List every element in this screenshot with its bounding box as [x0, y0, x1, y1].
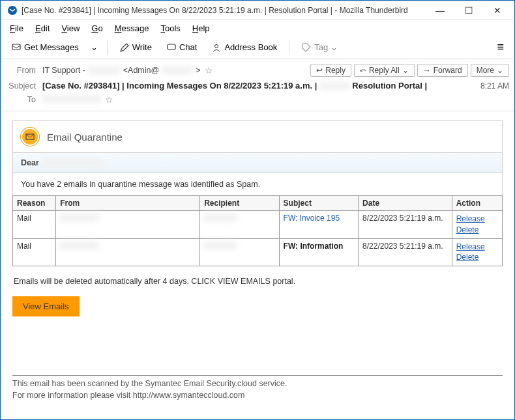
app-icon [7, 5, 18, 16]
table-row: MailFW: Information8/22/2023 5:21:19 a.m… [13, 238, 503, 266]
subject-value: [Case No. #293841] | Incoming Messages O… [42, 81, 471, 91]
message-header: From IT Support - <Admin@> ☆ ↩Reply ⤺Rep… [1, 59, 514, 111]
tag-icon [301, 42, 312, 53]
tag-label: Tag [314, 42, 328, 52]
cell-from [56, 211, 200, 239]
subject-label: Subject [6, 81, 38, 91]
reply-icon: ↩ [316, 66, 323, 75]
more-button[interactable]: More ⌄ [471, 64, 509, 77]
tag-button[interactable]: Tag ⌄ [296, 40, 343, 55]
app-menu-button[interactable]: ≡ [492, 38, 509, 57]
quarantine-title: Email Quarantine [47, 132, 123, 143]
star-icon[interactable]: ☆ [205, 65, 213, 76]
cell-date: 8/22/2023 5:21:19 a.m. [359, 238, 452, 266]
toolbar: Get Messages ⌄ Write Chat Address Book T… [1, 36, 514, 59]
reply-all-icon: ⤺ [360, 66, 366, 75]
col-recipient: Recipient [200, 196, 279, 211]
minimize-button[interactable]: — [426, 1, 454, 20]
star-icon[interactable]: ☆ [105, 94, 113, 105]
chat-button[interactable]: Chat [161, 40, 202, 55]
sig-line-1: This email has been scanned by the Syman… [12, 378, 503, 390]
quarantine-icon [21, 128, 39, 146]
reply-all-button[interactable]: ⤺Reply All ⌄ [354, 64, 415, 77]
col-action: Action [452, 196, 502, 211]
cell-action: ReleaseDelete [452, 211, 502, 239]
write-label: Write [132, 42, 152, 52]
separator [289, 40, 289, 55]
action-release[interactable]: Release [456, 242, 498, 253]
address-book-label: Address Book [224, 42, 277, 52]
menu-help[interactable]: Help [187, 22, 215, 35]
table-row: MailFW: Invoice 1958/22/2023 5:21:19 a.m… [13, 211, 503, 239]
action-release[interactable]: Release [456, 214, 498, 225]
view-emails-button[interactable]: View Emails [12, 296, 80, 316]
cell-date: 8/22/2023 5:21:19 a.m. [359, 211, 452, 239]
window-title: [Case No. #293841] | Incoming Messages O… [22, 6, 426, 15]
message-time: 8:21 AM [480, 81, 509, 91]
menu-file[interactable]: File [5, 22, 29, 35]
table-header-row: Reason From Recipient Subject Date Actio… [13, 196, 503, 211]
col-from: From [56, 196, 200, 211]
pencil-icon [119, 42, 130, 53]
sig-line-2: For more information please visit http:/… [12, 390, 503, 402]
address-book-button[interactable]: Address Book [206, 40, 282, 55]
chat-label: Chat [179, 42, 197, 52]
signature: This email has been scanned by the Syman… [12, 375, 503, 401]
menu-view[interactable]: View [56, 22, 85, 35]
menu-edit[interactable]: Edit [30, 22, 55, 35]
svg-rect-1 [12, 44, 20, 49]
cell-subject: FW: Information [279, 238, 358, 266]
chevron-down-icon: ⌄ [331, 42, 338, 52]
col-subject: Subject [279, 196, 358, 211]
forward-button[interactable]: →Forward [417, 64, 468, 77]
chevron-down-icon: ⌄ [497, 66, 503, 75]
col-date: Date [359, 196, 452, 211]
from-label: From [6, 66, 38, 75]
svg-rect-2 [168, 44, 175, 49]
menubar: File Edit View Go Message Tools Help [1, 20, 514, 36]
footer-message: Emails will be deleted automatically aft… [12, 266, 503, 292]
titlebar: [Case No. #293841] | Incoming Messages O… [1, 1, 514, 20]
cell-subject: FW: Invoice 195 [279, 211, 358, 239]
chevron-down-icon: ⌄ [91, 42, 98, 52]
separator [107, 40, 108, 55]
chat-icon [166, 42, 177, 53]
to-label: To [6, 95, 38, 104]
quarantine-header: Email Quarantine [12, 120, 503, 152]
menu-go[interactable]: Go [86, 22, 108, 35]
get-messages-label: Get Messages [24, 42, 79, 52]
cell-reason: Mail [13, 211, 56, 239]
chevron-down-icon: ⌄ [402, 66, 409, 75]
to-value [42, 95, 101, 105]
get-messages-dropdown[interactable]: ⌄ [88, 40, 100, 55]
svg-point-0 [8, 6, 17, 15]
message-body-scroll[interactable]: Email Quarantine Dear You have 2 emails … [1, 111, 514, 420]
download-icon [11, 42, 22, 53]
maximize-button[interactable]: ☐ [454, 1, 483, 20]
email-body: Email Quarantine Dear You have 2 emails … [1, 111, 514, 408]
cell-from [56, 238, 200, 266]
intro-text: You have 2 emails in quarantine message … [12, 173, 503, 195]
col-reason: Reason [13, 196, 56, 211]
cell-recipient [200, 238, 279, 266]
menu-message[interactable]: Message [110, 22, 154, 35]
cell-recipient [200, 211, 279, 239]
cell-reason: Mail [13, 238, 56, 266]
dear-line: Dear [12, 152, 503, 173]
action-delete[interactable]: Delete [456, 225, 498, 236]
cell-action: ReleaseDelete [452, 238, 502, 266]
get-messages-button[interactable]: Get Messages [6, 40, 84, 55]
address-book-icon [211, 42, 222, 53]
action-delete[interactable]: Delete [456, 252, 498, 263]
write-button[interactable]: Write [114, 40, 157, 55]
close-button[interactable]: ✕ [483, 1, 512, 20]
menu-tools[interactable]: Tools [155, 22, 185, 35]
forward-icon: → [423, 66, 431, 75]
from-value: IT Support - <Admin@> [42, 66, 201, 75]
reply-button[interactable]: ↩Reply [310, 64, 351, 77]
quarantine-table: Reason From Recipient Subject Date Actio… [12, 195, 503, 266]
svg-point-3 [215, 44, 218, 48]
